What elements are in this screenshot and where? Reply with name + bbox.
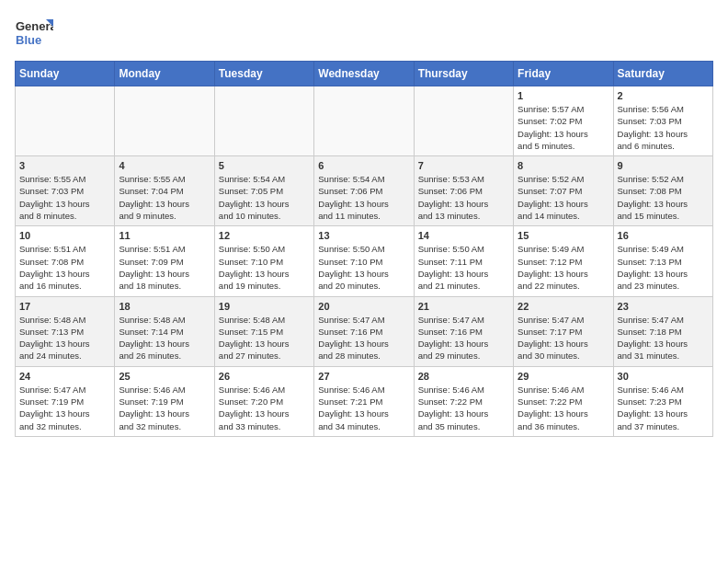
day-info: Sunrise: 5:57 AM Sunset: 7:02 PM Dayligh… [518, 103, 609, 152]
col-header-thursday: Thursday [414, 62, 513, 86]
calendar-cell: 1 Sunrise: 5:57 AM Sunset: 7:02 PM Dayli… [514, 86, 613, 156]
day-info: Sunrise: 5:46 AM Sunset: 7:21 PM Dayligh… [318, 384, 409, 432]
sunset-label: Sunset: 7:10 PM [318, 257, 382, 267]
logo-icon: General Blue [15, 15, 53, 53]
day-info: Sunrise: 5:55 AM Sunset: 7:03 PM Dayligh… [19, 173, 110, 222]
sunrise-label: Sunrise: 5:54 AM [318, 174, 384, 184]
day-info: Sunrise: 5:46 AM Sunset: 7:23 PM Dayligh… [618, 384, 709, 432]
page-header: General Blue [15, 15, 713, 53]
sunrise-label: Sunrise: 5:50 AM [219, 244, 285, 254]
week-row-3: 10 Sunrise: 5:51 AM Sunset: 7:08 PM Dayl… [16, 226, 713, 296]
sunrise-label: Sunrise: 5:49 AM [618, 244, 684, 254]
day-info: Sunrise: 5:56 AM Sunset: 7:03 PM Dayligh… [618, 103, 709, 152]
sunset-label: Sunset: 7:22 PM [518, 396, 582, 407]
week-row-2: 3 Sunrise: 5:55 AM Sunset: 7:03 PM Dayli… [16, 156, 713, 226]
sunset-label: Sunset: 7:13 PM [618, 257, 682, 267]
day-number: 8 [518, 160, 609, 171]
calendar-cell [214, 86, 313, 156]
col-header-monday: Monday [115, 62, 214, 86]
calendar-cell: 6 Sunrise: 5:54 AM Sunset: 7:06 PM Dayli… [314, 156, 414, 226]
day-info: Sunrise: 5:49 AM Sunset: 7:12 PM Dayligh… [518, 243, 609, 292]
sunset-label: Sunset: 7:06 PM [418, 186, 483, 196]
daylight-label: Daylight: 13 hoursand 13 minutes. [418, 199, 489, 221]
sunset-label: Sunset: 7:03 PM [19, 186, 84, 196]
day-info: Sunrise: 5:50 AM Sunset: 7:10 PM Dayligh… [219, 243, 310, 292]
sunrise-label: Sunrise: 5:47 AM [318, 315, 384, 325]
calendar-cell: 29 Sunrise: 5:46 AM Sunset: 7:22 PM Dayl… [514, 366, 613, 436]
daylight-label: Daylight: 13 hoursand 32 minutes. [19, 408, 90, 431]
sunrise-label: Sunrise: 5:55 AM [119, 174, 185, 184]
day-number: 9 [618, 160, 709, 171]
week-row-4: 17 Sunrise: 5:48 AM Sunset: 7:13 PM Dayl… [16, 296, 713, 366]
col-header-tuesday: Tuesday [214, 62, 313, 86]
day-info: Sunrise: 5:49 AM Sunset: 7:13 PM Dayligh… [618, 243, 709, 292]
calendar-cell [314, 86, 414, 156]
col-header-friday: Friday [514, 62, 613, 86]
sunset-label: Sunset: 7:11 PM [418, 257, 483, 267]
day-info: Sunrise: 5:48 AM Sunset: 7:15 PM Dayligh… [219, 314, 310, 362]
daylight-label: Daylight: 13 hoursand 5 minutes. [518, 129, 588, 151]
day-number: 30 [618, 371, 709, 382]
day-number: 14 [418, 230, 509, 241]
svg-text:Blue: Blue [16, 33, 41, 47]
sunrise-label: Sunrise: 5:46 AM [518, 385, 584, 395]
calendar-cell: 11 Sunrise: 5:51 AM Sunset: 7:09 PM Dayl… [115, 226, 214, 296]
sunset-label: Sunset: 7:06 PM [318, 186, 382, 196]
sunset-label: Sunset: 7:20 PM [219, 396, 283, 407]
day-number: 10 [19, 230, 110, 241]
day-number: 18 [119, 301, 210, 312]
calendar-cell [414, 86, 513, 156]
daylight-label: Daylight: 13 hoursand 27 minutes. [219, 339, 290, 361]
calendar-cell: 8 Sunrise: 5:52 AM Sunset: 7:07 PM Dayli… [514, 156, 613, 226]
daylight-label: Daylight: 13 hoursand 10 minutes. [219, 199, 290, 221]
sunrise-label: Sunrise: 5:46 AM [618, 385, 684, 395]
day-info: Sunrise: 5:47 AM Sunset: 7:19 PM Dayligh… [19, 384, 110, 432]
sunset-label: Sunset: 7:18 PM [618, 327, 682, 337]
day-number: 20 [318, 301, 409, 312]
logo: General Blue [15, 15, 53, 53]
sunrise-label: Sunrise: 5:52 AM [618, 174, 684, 184]
sunset-label: Sunset: 7:19 PM [119, 396, 183, 407]
day-number: 29 [518, 371, 609, 382]
daylight-label: Daylight: 13 hoursand 28 minutes. [318, 339, 389, 361]
calendar-cell: 4 Sunrise: 5:55 AM Sunset: 7:04 PM Dayli… [115, 156, 214, 226]
daylight-label: Daylight: 13 hoursand 36 minutes. [518, 408, 588, 431]
daylight-label: Daylight: 13 hoursand 32 minutes. [119, 408, 189, 431]
day-info: Sunrise: 5:52 AM Sunset: 7:08 PM Dayligh… [618, 173, 709, 222]
sunset-label: Sunset: 7:05 PM [219, 186, 283, 196]
sunrise-label: Sunrise: 5:54 AM [219, 174, 285, 184]
calendar-cell: 14 Sunrise: 5:50 AM Sunset: 7:11 PM Dayl… [414, 226, 513, 296]
daylight-label: Daylight: 13 hoursand 8 minutes. [19, 199, 90, 221]
calendar-cell: 12 Sunrise: 5:50 AM Sunset: 7:10 PM Dayl… [214, 226, 313, 296]
day-number: 22 [518, 301, 609, 312]
day-info: Sunrise: 5:50 AM Sunset: 7:10 PM Dayligh… [318, 243, 409, 292]
calendar-cell: 26 Sunrise: 5:46 AM Sunset: 7:20 PM Dayl… [214, 366, 313, 436]
day-info: Sunrise: 5:47 AM Sunset: 7:18 PM Dayligh… [618, 314, 709, 362]
sunrise-label: Sunrise: 5:47 AM [19, 385, 85, 395]
day-info: Sunrise: 5:53 AM Sunset: 7:06 PM Dayligh… [418, 173, 509, 222]
sunset-label: Sunset: 7:15 PM [219, 327, 283, 337]
calendar-cell: 10 Sunrise: 5:51 AM Sunset: 7:08 PM Dayl… [16, 226, 115, 296]
calendar-cell: 18 Sunrise: 5:48 AM Sunset: 7:14 PM Dayl… [115, 296, 214, 366]
calendar-cell: 17 Sunrise: 5:48 AM Sunset: 7:13 PM Dayl… [16, 296, 115, 366]
calendar-cell: 28 Sunrise: 5:46 AM Sunset: 7:22 PM Dayl… [414, 366, 513, 436]
day-number: 1 [518, 90, 609, 101]
day-number: 11 [119, 230, 210, 241]
day-info: Sunrise: 5:50 AM Sunset: 7:11 PM Dayligh… [418, 243, 509, 292]
day-number: 4 [119, 160, 210, 171]
calendar-table: SundayMondayTuesdayWednesdayThursdayFrid… [15, 61, 713, 437]
daylight-label: Daylight: 13 hoursand 23 minutes. [618, 269, 688, 291]
week-row-5: 24 Sunrise: 5:47 AM Sunset: 7:19 PM Dayl… [16, 366, 713, 436]
sunrise-label: Sunrise: 5:46 AM [418, 385, 484, 395]
day-number: 6 [318, 160, 409, 171]
sunrise-label: Sunrise: 5:52 AM [518, 174, 584, 184]
sunrise-label: Sunrise: 5:46 AM [318, 385, 384, 395]
sunrise-label: Sunrise: 5:48 AM [19, 315, 85, 325]
day-number: 27 [318, 371, 409, 382]
svg-text:General: General [16, 19, 53, 33]
day-info: Sunrise: 5:48 AM Sunset: 7:13 PM Dayligh… [19, 314, 110, 362]
daylight-label: Daylight: 13 hoursand 31 minutes. [618, 339, 688, 361]
sunrise-label: Sunrise: 5:50 AM [418, 244, 484, 254]
day-number: 23 [618, 301, 709, 312]
day-info: Sunrise: 5:54 AM Sunset: 7:06 PM Dayligh… [318, 173, 409, 222]
